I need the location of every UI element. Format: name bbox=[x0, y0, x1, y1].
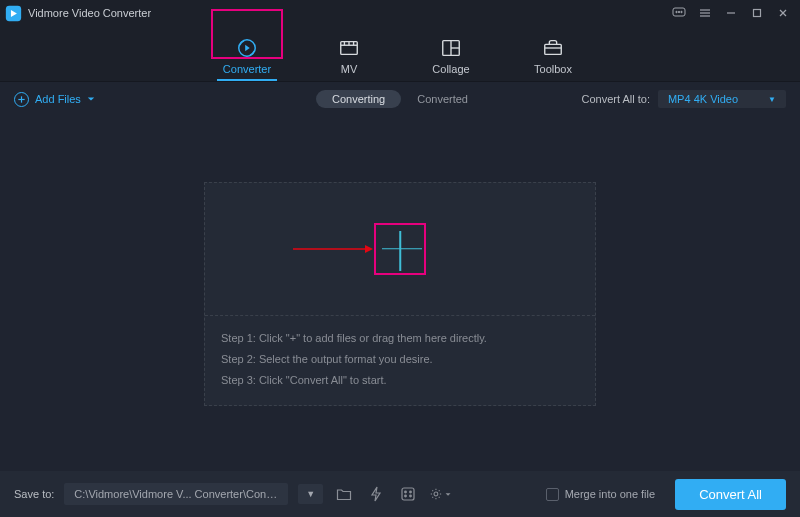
tab-converter[interactable]: Converter bbox=[217, 37, 277, 81]
instruction-step-1: Step 1: Click "+" to add files or drag t… bbox=[221, 328, 579, 349]
svg-point-27 bbox=[405, 491, 407, 493]
toolbox-icon bbox=[542, 37, 564, 59]
instructions: Step 1: Click "+" to add files or drag t… bbox=[205, 316, 595, 405]
svg-point-28 bbox=[410, 491, 412, 493]
svg-point-30 bbox=[410, 495, 412, 497]
converting-tab[interactable]: Converting bbox=[316, 90, 401, 108]
tab-label: Converter bbox=[223, 63, 271, 75]
mv-icon bbox=[338, 37, 360, 59]
minimize-button[interactable] bbox=[718, 3, 744, 23]
menu-icon[interactable] bbox=[692, 3, 718, 23]
tab-label: Toolbox bbox=[534, 63, 572, 75]
file-drop-zone[interactable]: Step 1: Click "+" to add files or drag t… bbox=[204, 182, 596, 406]
merge-label: Merge into one file bbox=[565, 488, 656, 500]
chevron-down-icon bbox=[87, 95, 95, 103]
maximize-button[interactable] bbox=[744, 3, 770, 23]
collage-icon bbox=[440, 37, 462, 59]
svg-point-2 bbox=[676, 11, 677, 12]
annotation-arrow bbox=[293, 244, 373, 254]
main-nav: Converter MV Collage Toolbox bbox=[0, 26, 800, 82]
svg-point-29 bbox=[405, 495, 407, 497]
convert-all-to-label: Convert All to: bbox=[581, 93, 649, 105]
task-schedule-button[interactable] bbox=[397, 483, 419, 505]
output-format-select[interactable]: MP4 4K Video ▼ bbox=[658, 90, 786, 108]
add-files-label: Add Files bbox=[35, 93, 81, 105]
chevron-down-icon: ▼ bbox=[768, 95, 776, 104]
svg-point-31 bbox=[434, 492, 438, 496]
svg-rect-9 bbox=[754, 10, 761, 17]
tab-label: MV bbox=[341, 63, 358, 75]
instruction-step-3: Step 3: Click "Convert All" to start. bbox=[221, 370, 579, 391]
close-button[interactable] bbox=[770, 3, 796, 23]
save-to-label: Save to: bbox=[14, 488, 54, 500]
output-format-value: MP4 4K Video bbox=[668, 93, 738, 105]
add-files-button[interactable]: Add Files bbox=[14, 92, 95, 107]
plus-circle-icon bbox=[14, 92, 29, 107]
save-path-dropdown[interactable]: ▼ bbox=[298, 484, 323, 504]
save-path-field[interactable]: C:\Vidmore\Vidmore V... Converter\Conver… bbox=[64, 483, 288, 505]
feedback-icon[interactable] bbox=[666, 3, 692, 23]
open-folder-button[interactable] bbox=[333, 483, 355, 505]
tab-toolbox[interactable]: Toolbox bbox=[523, 37, 583, 81]
svg-rect-21 bbox=[545, 44, 562, 54]
checkbox-icon bbox=[546, 488, 559, 501]
settings-button[interactable] bbox=[429, 483, 451, 505]
tab-mv[interactable]: MV bbox=[319, 37, 379, 81]
convert-all-button[interactable]: Convert All bbox=[675, 479, 786, 510]
status-tabs: Converting Converted bbox=[316, 90, 484, 108]
app-logo-icon bbox=[4, 4, 22, 22]
tab-collage[interactable]: Collage bbox=[421, 37, 481, 81]
convert-all-to: Convert All to: MP4 4K Video ▼ bbox=[581, 90, 786, 108]
svg-rect-26 bbox=[402, 488, 414, 500]
svg-point-4 bbox=[681, 11, 682, 12]
app-title: Vidmore Video Converter bbox=[28, 7, 151, 19]
instruction-step-2: Step 2: Select the output format you des… bbox=[221, 349, 579, 370]
merge-checkbox[interactable]: Merge into one file bbox=[546, 488, 656, 501]
tab-label: Collage bbox=[432, 63, 469, 75]
svg-point-3 bbox=[678, 11, 679, 12]
converter-icon bbox=[236, 37, 258, 59]
converted-tab[interactable]: Converted bbox=[401, 90, 484, 108]
hardware-accel-button[interactable] bbox=[365, 483, 387, 505]
add-file-plus-icon[interactable] bbox=[374, 223, 426, 275]
